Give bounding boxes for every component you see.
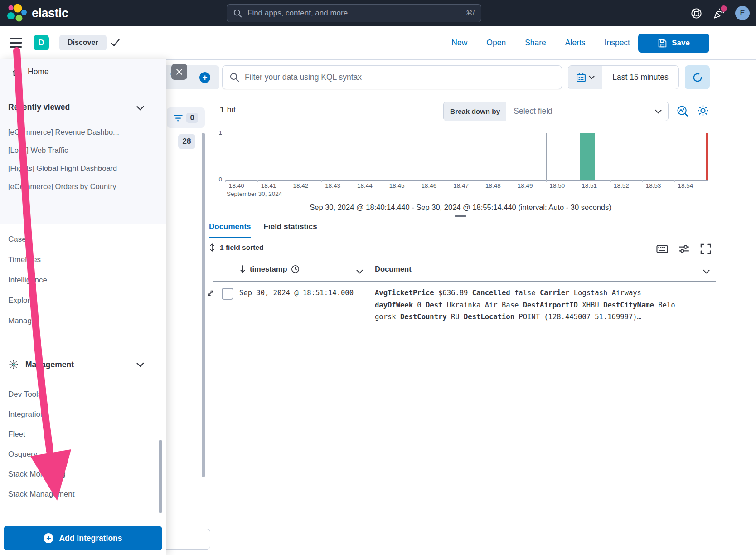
discover-app-badge[interactable]: D <box>34 35 49 50</box>
gridline-18-50 <box>546 133 547 180</box>
newsfeed-icon[interactable] <box>712 7 725 19</box>
toolbar-action-share[interactable]: Share <box>525 38 546 48</box>
fullscreen-icon[interactable] <box>700 243 712 255</box>
time-range-value[interactable]: Last 15 minutes <box>602 66 678 89</box>
resize-handle-icon[interactable] <box>455 215 466 221</box>
histogram-chart[interactable]: September 30, 2024 1018:4018:4118:4218:4… <box>213 127 716 200</box>
home-icon <box>12 67 21 77</box>
table-row[interactable]: Sep 30, 2024 @ 18:51:14.000 AvgTicketPri… <box>213 281 716 333</box>
chevron-down-icon[interactable] <box>136 362 144 367</box>
tab-field-statistics[interactable]: Field statistics <box>264 222 317 238</box>
sidebar-item-intelligence[interactable]: Intelligence <box>8 276 47 285</box>
sidebar-item-cases[interactable]: Cases <box>8 235 47 244</box>
x-axis-tick-18-45: 18:45 <box>389 182 405 189</box>
toolbar-action-inspect[interactable]: Inspect <box>605 38 630 48</box>
axis-tick-mark <box>482 180 482 182</box>
timestamp-column-header[interactable]: timestamp <box>239 265 300 273</box>
toolbar-action-alerts[interactable]: Alerts <box>565 38 586 48</box>
refresh-button[interactable] <box>685 65 710 89</box>
chevron-down-icon[interactable] <box>356 269 363 274</box>
sort-arrows-icon <box>209 243 215 252</box>
management-header[interactable]: Management <box>8 359 74 370</box>
x-axis-tick-18-47: 18:47 <box>453 182 469 189</box>
expand-row-icon[interactable] <box>207 289 214 299</box>
sort-summary-button[interactable]: 1 field sorted <box>209 243 263 252</box>
sidebar-item-stack-management[interactable]: Stack Management <box>8 490 74 499</box>
menu-icon[interactable] <box>10 38 22 48</box>
axis-tick-mark <box>321 180 322 182</box>
toolbar-action-open[interactable]: Open <box>486 38 506 48</box>
gear-icon[interactable] <box>696 104 710 119</box>
home-label: Home <box>28 67 49 77</box>
y-axis-max-label: 1 <box>213 129 222 136</box>
display-options-icon[interactable] <box>678 243 690 255</box>
recent-item-ecommerce-revenue-dashbo[interactable]: [eCommerce] Revenue Dashbo... <box>8 128 119 136</box>
header-actions: E <box>690 0 750 26</box>
sidebar-item-osquery[interactable]: Osquery <box>8 450 74 459</box>
time-range-picker[interactable]: Last 15 minutes <box>568 65 679 89</box>
row-checkbox[interactable] <box>222 288 233 300</box>
axis-tick-mark <box>514 180 514 182</box>
clock-icon <box>291 265 300 273</box>
sidebar-item-stack-monitoring[interactable]: Stack Monitoring <box>8 470 74 479</box>
sidebar-item-fleet[interactable]: Fleet <box>8 430 74 439</box>
timestamp-column-label: timestamp <box>250 265 287 273</box>
tab-documents[interactable]: Documents <box>209 222 251 238</box>
add-integrations-button[interactable]: + Add integrations <box>4 526 162 550</box>
sidebar-item-home[interactable]: Home <box>12 67 49 77</box>
axis-tick-mark <box>225 180 226 182</box>
breakdown-placeholder[interactable]: Select field <box>506 102 655 121</box>
field-search-input[interactable] <box>161 529 210 550</box>
toolbar-action-new[interactable]: New <box>451 38 467 48</box>
axis-tick-mark <box>257 180 258 182</box>
table-header: timestamp Document <box>213 259 716 282</box>
panel-resizer-scrollbar[interactable] <box>202 133 205 477</box>
breakdown-select[interactable]: Break down by Select field <box>443 102 669 121</box>
help-icon[interactable] <box>690 7 703 19</box>
divider <box>0 520 166 520</box>
calendar-menu[interactable] <box>568 66 602 89</box>
sidebar-scrollbar[interactable] <box>159 440 162 513</box>
x-axis-tick-18-44: 18:44 <box>357 182 373 189</box>
elastic-logo[interactable]: elastic <box>5 3 68 23</box>
x-axis-tick-18-40: 18:40 <box>229 182 244 189</box>
recently-viewed-header[interactable]: Recently viewed <box>8 102 70 112</box>
solution-nav-list: CasesTimelinesIntelligenceExploreManage <box>8 235 47 326</box>
sort-summary-label: 1 field sorted <box>220 243 263 252</box>
user-avatar[interactable]: E <box>735 6 750 20</box>
management-title: Management <box>25 360 74 370</box>
field-filter-control[interactable]: 0 <box>167 107 205 128</box>
notification-badge <box>721 5 727 12</box>
recent-item-ecommerce-orders-by-country[interactable]: [eCommerce] Orders by Country <box>8 182 119 191</box>
global-search-placeholder: Find apps, content, and more. <box>247 9 466 18</box>
keyboard-icon[interactable] <box>656 243 668 255</box>
add-filter-button[interactable]: + <box>199 72 210 83</box>
histogram-bar-18-51[interactable] <box>580 133 595 180</box>
recently-viewed-list: [eCommerce] Revenue Dashbo...[Logs] Web … <box>8 128 119 191</box>
chart-options-icon[interactable] <box>676 105 689 119</box>
recent-item-logs-web-traffic[interactable]: [Logs] Web Traffic <box>8 146 119 155</box>
sidebar-item-manage[interactable]: Manage <box>8 316 47 326</box>
chevron-down-icon[interactable] <box>703 269 710 274</box>
sidebar-item-timelines[interactable]: Timelines <box>8 255 47 264</box>
field-filter-icon <box>174 113 183 122</box>
search-shortcut: ⌘/ <box>466 9 475 17</box>
x-axis-tick-18-42: 18:42 <box>293 182 308 189</box>
kql-query-input[interactable]: Filter your data using KQL syntax <box>222 65 562 89</box>
document-column-header[interactable]: Document <box>375 265 412 273</box>
avatar-initial: E <box>740 9 745 17</box>
sidebar-item-integrations[interactable]: Integrations <box>8 410 74 419</box>
chevron-down-icon[interactable] <box>136 106 144 111</box>
global-search-input[interactable]: Find apps, content, and more. ⌘/ <box>227 4 481 22</box>
x-axis-tick-18-43: 18:43 <box>325 182 340 189</box>
recent-item-flights-global-flight-dashboard[interactable]: [Flights] Global Flight Dashboard <box>8 164 119 173</box>
divider <box>0 346 166 346</box>
app-badge-letter: D <box>39 38 44 48</box>
close-nav-icon[interactable] <box>171 64 187 80</box>
save-button[interactable]: Save <box>638 34 709 53</box>
axis-tick-mark <box>386 180 386 182</box>
sidebar-item-explore[interactable]: Explore <box>8 296 47 305</box>
sidebar-item-dev-tools[interactable]: Dev Tools <box>8 390 74 399</box>
logo-text: elastic <box>32 6 68 20</box>
breadcrumb[interactable]: Discover <box>59 35 107 50</box>
